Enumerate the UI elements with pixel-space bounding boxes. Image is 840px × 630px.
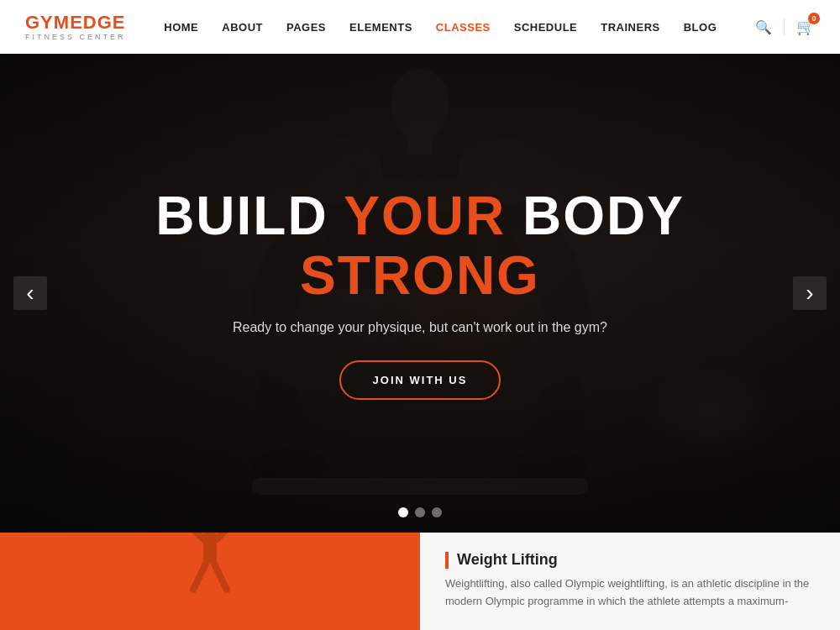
- carousel-next-button[interactable]: ›: [793, 276, 827, 310]
- carousel-dot-3[interactable]: [432, 507, 442, 517]
- nav-schedule[interactable]: SCHEDULE: [514, 21, 578, 34]
- bottom-right-panel: Weight Lifting Weightlifting, also calle…: [420, 533, 840, 630]
- section-title-text: Weight Lifting: [457, 551, 558, 569]
- nav-elements[interactable]: ELEMENTS: [349, 21, 412, 34]
- section-title: Weight Lifting: [445, 551, 815, 569]
- logo-subtitle: FITNESS CENTER: [25, 34, 126, 41]
- carousel-prev-button[interactable]: ‹: [13, 276, 47, 310]
- hero-section: ‹ › BUILD YOUR BODY STRONG Ready to chan…: [0, 54, 840, 533]
- nav-trainers[interactable]: TRAINERS: [601, 21, 659, 34]
- join-button[interactable]: JOIN WITH US: [339, 360, 501, 400]
- search-icon[interactable]: 🔍: [755, 19, 772, 35]
- cart-button[interactable]: 🛒 0: [796, 18, 815, 36]
- bottom-left-panel: [0, 533, 420, 630]
- header: GYMEDGE FITNESS CENTER HOME ABOUT PAGES …: [0, 0, 840, 54]
- bottom-section: Weight Lifting Weightlifting, also calle…: [0, 533, 840, 630]
- logo-edge: EDGE: [70, 12, 125, 33]
- hero-subtitle: Ready to change your physique, but can't…: [34, 320, 806, 335]
- carousel-dots: [398, 507, 442, 517]
- divider: [784, 18, 785, 35]
- header-actions: 🔍 🛒 0: [755, 18, 815, 36]
- section-description: Weightlifting, also called Olympic weigh…: [445, 575, 815, 611]
- nav-blog[interactable]: BLOG: [684, 21, 717, 34]
- hero-title: BUILD YOUR BODY STRONG: [34, 186, 806, 305]
- logo-gym: GYM: [25, 12, 70, 33]
- hero-content: BUILD YOUR BODY STRONG Ready to change y…: [0, 186, 840, 400]
- carousel-dot-1[interactable]: [398, 507, 408, 517]
- carousel-dot-2[interactable]: [415, 507, 425, 517]
- hero-title-strong: STRONG: [300, 245, 540, 306]
- hero-title-your: YOUR: [344, 186, 506, 246]
- fitness-figure: [0, 533, 420, 630]
- nav-classes[interactable]: CLASSES: [436, 21, 491, 34]
- nav-about[interactable]: ABOUT: [222, 21, 263, 34]
- logo-brand: GYMEDGE: [25, 13, 126, 32]
- logo: GYMEDGE FITNESS CENTER: [25, 13, 126, 41]
- hero-title-body: BODY: [506, 186, 685, 246]
- hero-title-build: BUILD: [155, 186, 344, 246]
- nav-home[interactable]: HOME: [164, 21, 198, 34]
- main-nav: HOME ABOUT PAGES ELEMENTS CLASSES SCHEDU…: [164, 21, 717, 34]
- nav-pages[interactable]: PAGES: [286, 21, 326, 34]
- orange-accent-bar: [445, 552, 449, 569]
- cart-badge: 0: [808, 13, 820, 24]
